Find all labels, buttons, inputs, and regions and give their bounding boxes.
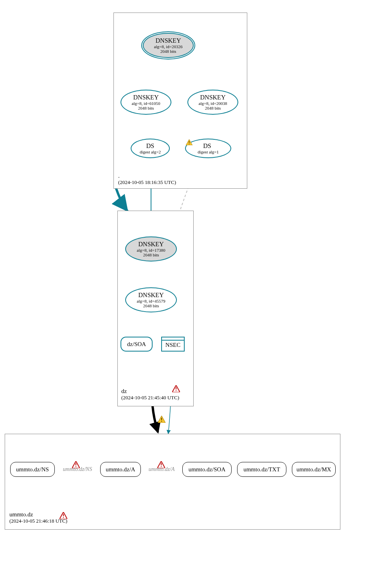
node-dz-zsk-bits: 2048 bits bbox=[143, 303, 159, 308]
node-ummto-soa-title: ummto.dz/SOA bbox=[189, 466, 226, 473]
node-root-ds2: DS digest alg=2 bbox=[131, 139, 170, 158]
zone-ummto-name: ummto.dz bbox=[9, 511, 67, 518]
node-root-other: DNSKEY alg=8, id=20038 2048 bits bbox=[187, 90, 238, 115]
svg-rect-8 bbox=[161, 463, 162, 465]
svg-rect-5 bbox=[161, 421, 162, 422]
svg-rect-9 bbox=[161, 466, 162, 467]
zone-ummto-label: ummto.dz (2024-10-05 21:46:18 UTC) bbox=[9, 511, 67, 524]
svg-rect-0 bbox=[189, 141, 190, 143]
error-icon bbox=[72, 461, 80, 468]
warning-icon bbox=[158, 416, 166, 423]
svg-rect-10 bbox=[63, 514, 64, 516]
node-ummto-txt: ummto.dz/TXT bbox=[237, 462, 286, 477]
node-root-ksk-title: DNSKEY bbox=[156, 37, 181, 44]
error-icon bbox=[172, 385, 180, 392]
zone-dz-name: dz bbox=[121, 388, 179, 395]
node-root-other-alg: alg=8, id=20038 bbox=[199, 101, 227, 106]
node-root-ds2-alg: digest alg=2 bbox=[140, 150, 161, 154]
node-root-ds1: DS digest alg=1 bbox=[185, 139, 231, 158]
node-root-zsk-alg: alg=8, id=61050 bbox=[132, 101, 160, 106]
node-root-zsk: DNSKEY alg=8, id=61050 2048 bits bbox=[121, 90, 171, 115]
svg-rect-4 bbox=[161, 418, 162, 420]
node-root-ksk-alg: alg=8, id=20326 bbox=[154, 44, 183, 49]
node-ummto-ns-title: ummto.dz/NS bbox=[16, 466, 49, 473]
node-dz-ksk: DNSKEY alg=8, id=17380 2048 bits bbox=[125, 236, 177, 262]
diagram-canvas: . (2024-10-05 18:16:35 UTC) dz (2024-10-… bbox=[0, 0, 376, 588]
node-dz-nsec: NSEC bbox=[161, 337, 185, 352]
node-dz-zsk-alg: alg=8, id=45579 bbox=[137, 299, 166, 303]
node-dz-ksk-alg: alg=8, id=17380 bbox=[137, 248, 166, 253]
node-root-ksk: DNSKEY alg=8, id=20326 2048 bits bbox=[143, 33, 194, 58]
svg-rect-3 bbox=[176, 390, 176, 391]
node-root-zsk-title: DNSKEY bbox=[133, 94, 159, 101]
node-root-other-bits: 2048 bits bbox=[205, 106, 221, 110]
node-dz-ksk-bits: 2048 bits bbox=[143, 253, 159, 257]
node-dz-ksk-title: DNSKEY bbox=[139, 241, 164, 248]
zone-root-timestamp: (2024-10-05 18:16:35 UTC) bbox=[118, 179, 176, 186]
node-dz-zsk-title: DNSKEY bbox=[139, 292, 164, 299]
zone-dz-timestamp: (2024-10-05 21:45:40 UTC) bbox=[121, 395, 179, 401]
node-root-other-title: DNSKEY bbox=[200, 94, 226, 101]
node-dz-soa-title: dz/SOA bbox=[127, 341, 146, 348]
node-ummto-a: ummto.dz/A bbox=[100, 462, 141, 477]
edge-root-to-dz-zone bbox=[116, 189, 127, 211]
svg-rect-2 bbox=[176, 387, 176, 390]
svg-rect-1 bbox=[189, 144, 190, 144]
svg-rect-11 bbox=[63, 517, 64, 518]
node-root-ds1-title: DS bbox=[203, 142, 211, 150]
node-dz-nsec-title: NSEC bbox=[166, 340, 180, 348]
node-root-zsk-bits: 2048 bits bbox=[138, 106, 154, 110]
zone-root-label: . (2024-10-05 18:16:35 UTC) bbox=[118, 172, 176, 186]
zone-dz-label: dz (2024-10-05 21:45:40 UTC) bbox=[121, 388, 179, 401]
node-dz-soa: dz/SOA bbox=[121, 337, 153, 352]
node-ummto-ns: ummto.dz/NS bbox=[10, 462, 55, 477]
node-ummto-txt-title: ummto.dz/TXT bbox=[243, 466, 280, 473]
error-icon bbox=[157, 461, 165, 468]
node-ummto-mx: ummto.dz/MX bbox=[292, 462, 336, 477]
zone-root-name: . bbox=[118, 172, 176, 179]
node-root-ds2-title: DS bbox=[146, 142, 154, 150]
node-dz-zsk: DNSKEY alg=8, id=45579 2048 bits bbox=[125, 287, 177, 312]
node-ummto-soa: ummto.dz/SOA bbox=[182, 462, 232, 477]
node-ummto-mx-title: ummto.dz/MX bbox=[297, 466, 331, 473]
node-root-ds1-alg: digest alg=1 bbox=[198, 150, 219, 154]
zone-ummto-timestamp: (2024-10-05 21:46:18 UTC) bbox=[9, 518, 67, 524]
svg-rect-6 bbox=[76, 463, 76, 465]
svg-rect-7 bbox=[76, 466, 76, 467]
error-icon bbox=[59, 512, 67, 519]
node-ummto-a-title: ummto.dz/A bbox=[106, 466, 135, 473]
node-root-ksk-bits: 2048 bits bbox=[160, 49, 176, 54]
edge-dz-to-ummto-zone bbox=[153, 406, 158, 431]
